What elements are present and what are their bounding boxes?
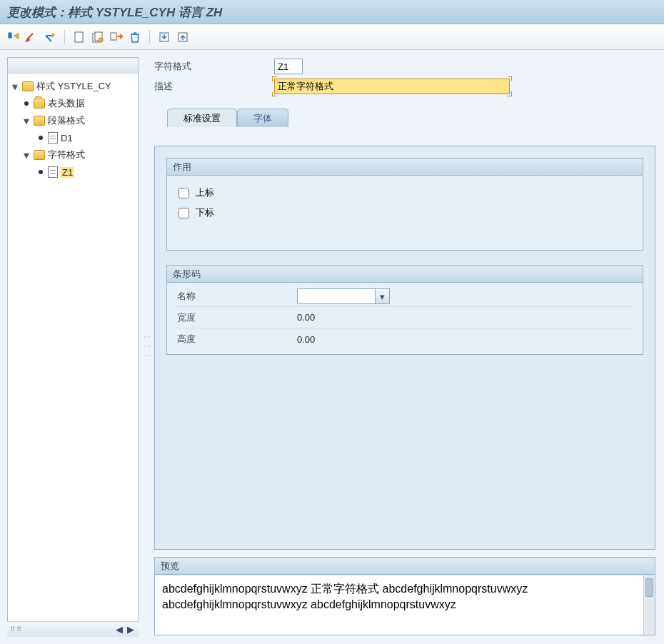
rename-icon[interactable] [108,29,125,46]
group-barcode-title: 条形码 [167,266,643,283]
tree-item-d1[interactable]: D1 [11,129,138,146]
folder-icon [34,99,45,109]
svg-point-3 [99,38,103,42]
tab-container: 作用 上标 下标 条形码 [154,146,655,550]
chevron-down-icon[interactable]: ▾ [375,289,389,303]
tree-header-data[interactable]: 表头数据 [11,95,138,112]
tree-node-label: 字符格式 [48,149,85,161]
barcode-name-dropdown[interactable]: ▾ [297,288,390,304]
description-label: 描述 [154,80,268,93]
subscript-checkbox[interactable] [178,208,189,218]
scroll-thumb[interactable] [645,578,653,597]
create-icon[interactable] [71,29,88,46]
tab-bar: 标准设置 字体 [154,109,655,127]
tree-leaf-label: D1 [61,133,73,144]
tree-character-format[interactable]: ▼ 字符格式 [11,146,138,163]
check-icon[interactable] [41,29,59,46]
tree-node-label: 表头数据 [48,97,85,110]
group-effects-title: 作用 [167,159,643,176]
tree-item-z1[interactable]: Z1 [11,163,138,181]
subscript-row[interactable]: 下标 [176,203,634,223]
upload-icon[interactable] [174,29,191,46]
toolbar-separator [149,30,150,44]
style-tree: ▼ 样式 YSTYLE_CY 表头数据 ▼ 段落格式 D1 [7,57,139,637]
barcode-height-label: 高度 [176,333,297,346]
superscript-row[interactable]: 上标 [176,183,634,203]
preview-text-line: abcdefghijklmnopqrstuvwxyz abcdefghijklm… [162,597,648,613]
description-input[interactable] [274,79,510,94]
tree-root-label: 样式 YSTYLE_CY [36,80,111,93]
preview-scrollbar[interactable] [643,575,655,635]
activate-icon[interactable] [23,29,40,46]
subscript-label: 下标 [196,206,214,219]
svg-rect-0 [75,32,83,42]
tree-root[interactable]: ▼ 样式 YSTYLE_CY [11,78,138,95]
display-toggle-icon[interactable] [4,29,21,46]
group-barcode: 条形码 名称 ▾ 宽度 [166,265,643,355]
preview-area: abcdefghijklmnopqrstuvwxyz 正常字符格式 abcdef… [155,575,655,635]
superscript-label: 上标 [196,186,214,199]
splitter-handle[interactable]: ⋮⋮⋮ [143,50,151,644]
tree-node-label: 段落格式 [48,114,85,127]
preview-text-line: abcdefghijklmnopqrstuvwxyz 正常字符格式 abcdef… [162,581,648,597]
barcode-name-label: 名称 [176,290,297,303]
char-format-label: 字符格式 [154,60,268,73]
char-format-input[interactable] [274,59,303,74]
superscript-checkbox[interactable] [178,188,189,198]
group-effects: 作用 上标 下标 [166,158,643,251]
download-icon[interactable] [156,29,173,46]
folder-open-icon [34,116,45,126]
window-title: 更改模式：样式 YSTYLE_CYH 语言 ZH [0,0,664,24]
tree-paragraph-format[interactable]: ▼ 段落格式 [11,112,138,129]
scroll-left-icon[interactable]: ◀ [114,625,124,635]
group-preview-title: 预览 [155,558,655,575]
folder-open-icon [34,150,45,160]
node-icon [48,166,58,178]
barcode-width-value: 0.00 [297,312,634,323]
main-toolbar [0,24,664,50]
group-preview: 预览 abcdefghijklmnopqrstuvwxyz 正常字符格式 abc… [154,557,655,635]
tab-standard-settings[interactable]: 标准设置 [167,109,237,127]
toolbar-separator [64,30,65,44]
barcode-height-value: 0.00 [297,334,634,345]
tree-footer: ⠿⠿ ◀ ▶ [7,621,139,637]
resize-grip-icon[interactable]: ⠿⠿ [10,625,23,633]
folder-open-icon [22,81,34,91]
copy-icon[interactable] [89,29,106,46]
tree-toolbar [8,58,138,74]
delete-icon[interactable] [126,29,144,46]
barcode-width-label: 宽度 [176,311,297,324]
svg-rect-4 [111,33,116,40]
tab-font[interactable]: 字体 [237,109,288,127]
node-icon [48,132,58,144]
tree-leaf-label: Z1 [61,167,74,178]
scroll-right-icon[interactable]: ▶ [126,625,136,635]
